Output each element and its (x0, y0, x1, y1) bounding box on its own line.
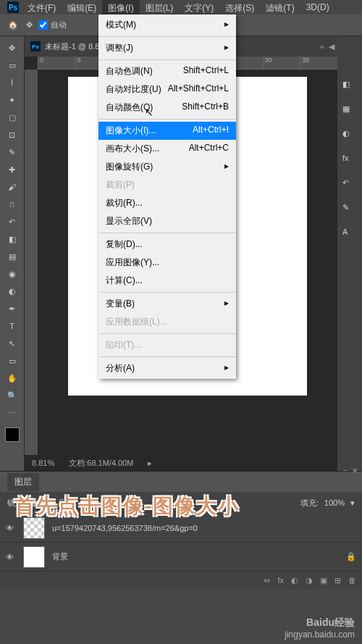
fill-value[interactable]: 100% (324, 498, 345, 507)
watermark-brand: Baidu经验 (285, 616, 355, 630)
tool-gradient[interactable]: ▤ (3, 248, 22, 264)
panel-swatches-icon[interactable]: ▦ (342, 104, 357, 119)
panel-brushes-icon[interactable]: ✎ (342, 203, 357, 217)
menu-item-label: 裁剪(P) (106, 179, 135, 191)
panel-color-icon[interactable]: ◧ (342, 80, 357, 94)
tool-dodge[interactable]: ◐ (3, 283, 22, 299)
tool-heal[interactable]: ✚ (3, 162, 22, 177)
tool-more[interactable]: ⋯ (3, 405, 22, 421)
tool-zoom[interactable]: 🔍 (3, 388, 22, 403)
tool-blur[interactable]: ◉ (3, 266, 22, 282)
panel-char-icon[interactable]: A (342, 227, 357, 242)
group-icon[interactable]: ▣ (320, 576, 327, 585)
menu-item[interactable]: 自动色调(N)Shift+Ctrl+L (98, 62, 236, 80)
menu-image[interactable]: 图像(I) (102, 0, 139, 14)
menu-layer[interactable]: 图层(L) (140, 0, 180, 14)
tool-wand[interactable]: ✦ (3, 92, 22, 108)
tool-type[interactable]: T (3, 318, 22, 334)
menu-file[interactable]: 文件(F) (22, 0, 62, 14)
right-dock: ◧ ▦ ◐ fx ↶ ✎ A (337, 36, 362, 471)
zoom-level[interactable]: 8.81% (32, 459, 54, 467)
tool-marquee[interactable]: ▭ (3, 57, 22, 73)
menu-type[interactable]: 文字(Y) (179, 0, 219, 14)
tool-hand[interactable]: ✋ (3, 370, 22, 386)
tool-brush[interactable]: 🖌 (3, 179, 22, 195)
layer-row[interactable]: 👁 背景 🔒 (0, 543, 362, 572)
watermark-url: jingyan.baidu.com (285, 630, 355, 640)
chevron-right-icon[interactable]: ▸ (148, 459, 152, 468)
layer-thumb[interactable] (23, 517, 45, 539)
submenu-arrow-icon (224, 19, 229, 31)
layer-thumb[interactable] (23, 546, 45, 568)
chevron-down-icon[interactable]: ▾ (350, 498, 355, 508)
new-layer-icon[interactable]: ⊞ (334, 576, 341, 585)
mask-icon[interactable]: ◐ (291, 576, 298, 585)
tool-path[interactable]: ↖ (3, 335, 22, 351)
tool-pen[interactable]: ✒ (3, 301, 22, 317)
watermark: Baidu经验 jingyan.baidu.com (285, 616, 355, 640)
doc-title: 未标题-1 @ 8.8... (45, 41, 106, 52)
layer-list: 👁 u=1579420743,9562563738/m=26&gp=0 👁 背景… (0, 514, 362, 572)
menu-separator (98, 233, 236, 233)
visibility-icon[interactable]: 👁 (6, 553, 16, 561)
tool-frame[interactable]: ⊡ (3, 127, 22, 143)
move-tool-icon[interactable]: ✥ (26, 20, 33, 30)
menu-item[interactable]: 变量(B) (98, 295, 236, 313)
menu-item[interactable]: 裁切(R)... (98, 194, 236, 212)
menu-item[interactable]: 画布大小(S)...Alt+Ctrl+C (98, 140, 236, 158)
menu-item[interactable]: 复制(D)... (98, 235, 236, 254)
menu-item[interactable]: 分析(A) (98, 359, 236, 377)
fill-label: 填充: (300, 498, 319, 509)
home-icon[interactable]: 🏠 (6, 18, 20, 33)
panel-adjust-icon[interactable]: ◐ (342, 129, 357, 143)
visibility-icon[interactable]: 👁 (6, 524, 16, 532)
expand-icon[interactable]: ◀ (329, 42, 334, 51)
submenu-arrow-icon (224, 298, 229, 310)
tool-crop[interactable]: ▢ (3, 109, 22, 125)
menu-item[interactable]: 自动对比度(U)Alt+Shift+Ctrl+L (98, 80, 236, 99)
tool-eraser[interactable]: ◧ (3, 231, 22, 247)
menu-item: 陷印(T)... (98, 336, 236, 354)
panel-styles-icon[interactable]: fx (342, 154, 357, 168)
menu-item[interactable]: 应用图像(Y)... (98, 254, 236, 272)
fx-icon[interactable]: fx (277, 576, 284, 585)
color-swatch[interactable] (5, 427, 20, 442)
ruler-mark: 35 (300, 57, 337, 69)
menu-item[interactable]: 显示全部(V) (98, 212, 236, 230)
menu-item[interactable]: 计算(C)... (98, 272, 236, 290)
collapse-icon[interactable]: « (320, 42, 324, 51)
menu-select[interactable]: 选择(S) (219, 0, 260, 14)
trash-icon[interactable]: 🗑 (348, 576, 356, 585)
menu-3d[interactable]: 3D(D) (300, 0, 335, 14)
tab-layers[interactable]: 图层 (7, 473, 39, 491)
menu-item[interactable]: 图像大小(I)...Alt+Ctrl+I (98, 122, 236, 140)
menu-separator (98, 36, 236, 37)
menu-shortcut: Alt+Ctrl+C (189, 143, 229, 155)
panel-history-icon[interactable]: ↶ (342, 178, 357, 193)
tool-stamp[interactable]: ⎍ (3, 196, 22, 212)
adjust-icon[interactable]: ◑ (306, 576, 313, 585)
tool-shape[interactable]: ▭ (3, 353, 22, 369)
tool-lasso[interactable]: ⌇ (3, 75, 22, 91)
link-icon[interactable]: ⇔ (264, 576, 270, 585)
menu-shortcut: Shift+Ctrl+B (182, 101, 229, 114)
tool-history[interactable]: ↶ (3, 214, 22, 230)
menu-item[interactable]: 模式(M) (98, 16, 236, 34)
tool-eyedropper[interactable]: ✎ (3, 144, 22, 160)
layers-panel: 图层 锁定: ▦ ✥ 🔒 填充: 100% ▾ 👁 u=1579420743,9… (0, 471, 362, 589)
minimize-icon[interactable]: − (343, 467, 348, 474)
menu-item-label: 陷印(T)... (106, 339, 141, 351)
auto-select-checkbox[interactable]: 自动 (38, 20, 67, 30)
menu-item-label: 图像大小(I)... (106, 125, 156, 137)
tool-move[interactable]: ✥ (3, 40, 22, 56)
menu-item[interactable]: 自动颜色(O)Shift+Ctrl+B (98, 99, 236, 117)
menu-item-label: 自动色调(N) (106, 65, 153, 78)
auto-select-input[interactable] (38, 20, 48, 30)
menu-filter[interactable]: 滤镜(T) (260, 0, 300, 14)
menu-edit[interactable]: 编辑(E) (62, 0, 102, 14)
layer-name[interactable]: u=1579420743,9562563738/m=26&gp=0 (52, 524, 198, 532)
close-icon[interactable]: ✕ (352, 467, 358, 474)
menu-item[interactable]: 调整(J) (98, 39, 236, 57)
layer-name[interactable]: 背景 (52, 551, 68, 562)
menu-item[interactable]: 图像旋转(G) (98, 158, 236, 176)
